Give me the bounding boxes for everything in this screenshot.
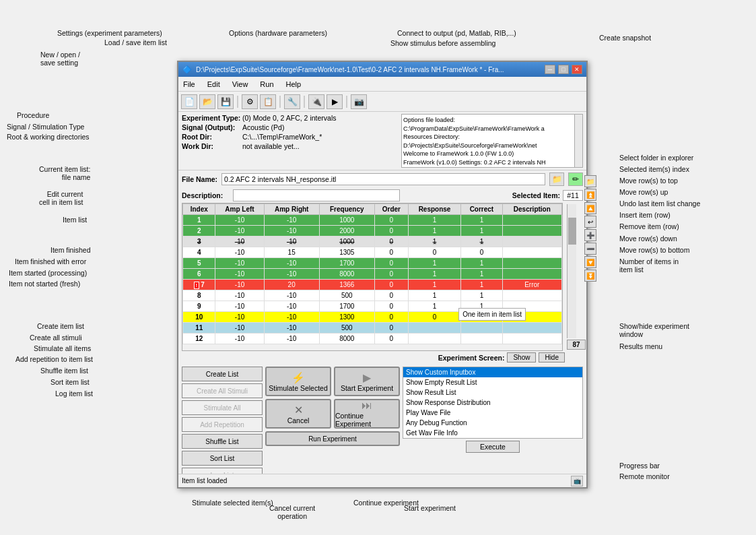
title-bar: 🔷 D:\Projects\ExpSuite\Sourceforge\Frame… (178, 62, 586, 77)
create-list-button[interactable]: Create List (182, 367, 263, 381)
run-experiment-button[interactable]: Run Experiment (265, 431, 400, 446)
toolbar-snapshot[interactable]: 📷 (351, 94, 367, 109)
table-row[interactable]: 4-10151305000 (183, 247, 562, 258)
menu-run[interactable]: Run (258, 80, 275, 89)
remove-row-button[interactable]: ➖ (584, 243, 596, 255)
annotation-procedure: Procedure (17, 111, 49, 119)
menu-view[interactable]: View (230, 80, 250, 89)
work-dir-value: not available yet... (242, 142, 300, 150)
table-row[interactable]: 3-10-101000011 (183, 237, 562, 247)
insert-row-button[interactable]: ➕ (584, 229, 596, 241)
results-item-1[interactable]: Show Empty Result List (403, 377, 582, 387)
results-item-4[interactable]: Play Wave File (403, 408, 582, 418)
table-cell: 1 (461, 269, 502, 280)
table-row[interactable]: 5-10-101700011 (183, 258, 562, 269)
toolbar-settings[interactable]: ⚙ (242, 94, 258, 109)
create-all-stimuli-button[interactable]: Create All Stimuli (182, 383, 263, 398)
show-exp-button[interactable]: Show (507, 352, 536, 363)
toolbar-open[interactable]: 📂 (199, 94, 215, 109)
error-badge: ! (194, 282, 200, 289)
undo-button[interactable]: ↩ (584, 216, 596, 228)
annotation-snapshot: Create snapshot (599, 34, 651, 42)
table-cell: 1 (461, 215, 502, 226)
table-cell: 0 (374, 334, 408, 344)
start-exp-icon: ▶ (363, 371, 371, 384)
exp-screen-label: Experiment Screen: (438, 354, 505, 362)
table-row[interactable]: 6-10-108000011 (183, 269, 562, 280)
toolbar-save[interactable]: 💾 (217, 94, 234, 109)
menu-help[interactable]: Help (284, 80, 304, 89)
toolbar-connect[interactable]: 🔌 (308, 94, 324, 109)
table-row[interactable]: 1-10-101000011 (183, 215, 562, 226)
annotation-options: Options (hardware parameters) (229, 29, 327, 37)
results-item-2[interactable]: Show Result List (403, 387, 582, 398)
table-row[interactable]: 2-10-102000011 (183, 226, 562, 237)
sort-list-button[interactable]: Sort List (182, 451, 263, 466)
start-experiment-button[interactable]: ▶ Start Experiment (334, 367, 400, 396)
file-edit-button[interactable]: ✏ (568, 172, 583, 186)
file-name-label: File Name: (182, 175, 217, 183)
annotation-remove: Remove item (row) (619, 222, 679, 230)
start-exp-label: Start Experiment (341, 384, 393, 392)
hide-exp-button[interactable]: Hide (539, 352, 565, 363)
exp-type-value: (0) Mode 0, 2 AFC, 2 intervals (242, 114, 336, 122)
desc-row: Description: Selected Item: #11 (178, 188, 586, 203)
toolbar-load-item[interactable]: 📋 (260, 94, 276, 109)
results-item-0[interactable]: Show Custom Inputbox (403, 367, 582, 377)
log-line-2: Resources Directory: D:\Projects\ExpSuit… (403, 133, 581, 150)
table-cell: 9 (183, 301, 215, 312)
table-cell: 10 (183, 312, 215, 323)
results-item-6[interactable]: Get Wav File Info (403, 428, 582, 438)
col-order: Order (374, 204, 408, 215)
menu-file[interactable]: File (181, 80, 197, 89)
stimulate-all-button[interactable]: Stimulate All (182, 400, 263, 415)
annotation-move-top: Move row(s) to top (619, 177, 678, 185)
remote-monitor-button[interactable]: 📺 (571, 476, 583, 486)
file-browse-button[interactable]: 📁 (549, 172, 564, 186)
cancel-button[interactable]: ✕ Cancel (265, 399, 331, 429)
add-repetition-button[interactable]: Add Repetition (182, 417, 263, 432)
table-cell (461, 323, 502, 334)
continue-experiment-button[interactable]: ⏭ Continue Experiment (334, 399, 400, 429)
shuffle-list-button[interactable]: Shuffle List (182, 434, 263, 449)
table-cell: -10 (215, 301, 264, 312)
table-scrollbar[interactable] (567, 204, 576, 338)
table-cell: 1 (183, 215, 215, 226)
table-cell: Error (502, 280, 561, 290)
toolbar-show-stim[interactable]: ▶ (327, 94, 343, 109)
toolbar-new[interactable]: 📄 (181, 94, 197, 109)
table-row[interactable]: 12-10-1080000 (183, 334, 562, 344)
table-cell (408, 334, 460, 344)
file-name-input[interactable] (221, 173, 545, 185)
desc-input[interactable] (233, 189, 400, 201)
results-item-3[interactable]: Show Response Distribution (403, 398, 582, 408)
item-list-container: Index Amp Left Amp Right Frequency Order… (178, 203, 586, 351)
table-cell: 1 (408, 237, 460, 247)
stimulate-selected-button[interactable]: ⚡ Stimulate Selected (265, 367, 331, 396)
table-row[interactable]: 8-10-10500011 (183, 290, 562, 301)
move-down-button[interactable]: 🔽 (584, 256, 596, 268)
table-cell: 1 (461, 258, 502, 269)
toolbar-options[interactable]: 🔧 (284, 94, 300, 109)
log-line-1: Options file loaded: C:\ProgramData\ExpS… (403, 116, 581, 133)
table-cell: -10 (264, 215, 319, 226)
maximize-button[interactable]: □ (558, 65, 569, 74)
table-cell: -10 (264, 312, 319, 323)
move-bottom-button[interactable]: ⏬ (584, 270, 596, 282)
table-cell: 500 (319, 290, 374, 301)
folder-explorer-button[interactable]: 📁 (584, 175, 596, 187)
log-scrollbar[interactable] (574, 115, 582, 167)
close-button[interactable]: ✕ (572, 65, 582, 74)
execute-button[interactable]: Execute (466, 441, 520, 453)
table-row[interactable]: !7-10201366011Error (183, 280, 562, 290)
table-row[interactable]: 11-10-105000 (183, 323, 562, 334)
move-up-button[interactable]: 🔼 (584, 202, 596, 214)
table-cell: 1700 (319, 301, 374, 312)
table-cell: 2000 (319, 226, 374, 237)
move-top-button[interactable]: ⏫ (584, 189, 596, 201)
minimize-button[interactable]: ─ (545, 65, 555, 74)
left-button-panel: Create List Create All Stimuli Stimulate… (182, 367, 263, 482)
results-item-5[interactable]: Any Debug Function (403, 418, 582, 428)
menu-edit[interactable]: Edit (205, 80, 222, 89)
selected-item-label: Selected Item: (512, 191, 560, 199)
